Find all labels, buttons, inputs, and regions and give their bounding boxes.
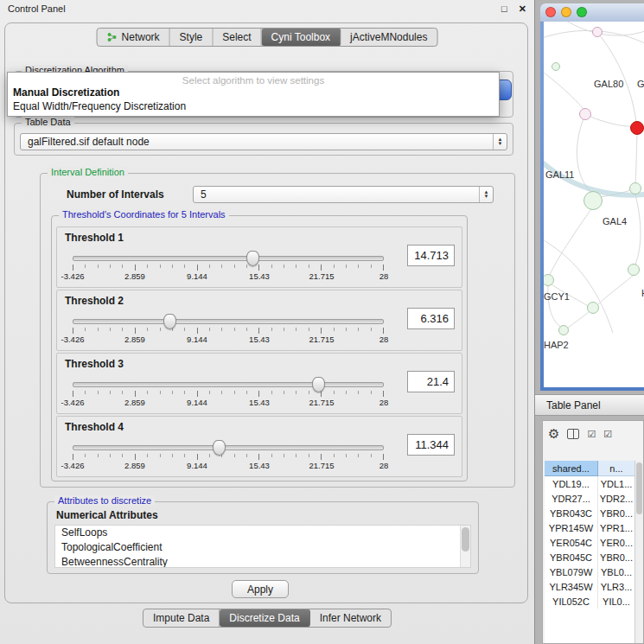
toolbox-tab-strip: Network Style Select Cyni Toolbox jActiv…: [97, 28, 438, 47]
network-node[interactable]: [587, 302, 599, 314]
combo-stepper[interactable]: ▲ ▼: [479, 187, 493, 202]
interval-definition-group: Interval Definition Number of Intervals …: [40, 173, 515, 488]
checkbox-icon[interactable]: ☑: [587, 429, 596, 439]
tab-network-label: Network: [122, 31, 160, 43]
interval-definition-label: Interval Definition: [48, 167, 128, 177]
table-row[interactable]: YER054CYER0...: [545, 535, 634, 550]
threshold-value-field[interactable]: 6.316: [407, 308, 455, 329]
threshold-value-field[interactable]: 14.713: [407, 245, 455, 266]
tab-impute-data[interactable]: Impute Data: [143, 609, 220, 627]
close-window-icon[interactable]: [545, 7, 556, 17]
control-panel-titlebar: Control Panel □ ✕: [0, 0, 534, 17]
table-scrollbar-thumb[interactable]: [636, 462, 642, 514]
slider-tick-label: 15.43: [249, 398, 270, 407]
network-node[interactable]: [583, 191, 603, 210]
tab-network[interactable]: Network: [98, 29, 170, 46]
dropdown-option-equal-width[interactable]: Equal Width/Frequency Discretization: [8, 99, 499, 113]
table-row[interactable]: YBR043CYBR0...: [545, 506, 634, 520]
table-panel-title: Table Panel: [546, 399, 601, 411]
network-canvas[interactable]: GAL80GAGAL11GAL4GCY1HHAP2: [544, 22, 644, 387]
slider-tick-label: 2.859: [124, 461, 145, 470]
network-node[interactable]: [628, 264, 640, 276]
thresholds-group-label: Threshold's Coordinates for 5 Intervals: [59, 209, 229, 220]
minimize-window-icon[interactable]: [561, 7, 571, 17]
threshold-1-panel: Threshold 1 -3.4262.8599.14415.4321.7152…: [56, 226, 462, 288]
table-row[interactable]: YDL19...YDL1...: [545, 476, 634, 491]
network-node[interactable]: [552, 62, 560, 71]
dropdown-option-manual-discretization[interactable]: Manual Discretization: [8, 86, 499, 99]
stepper-down-icon: ▼: [498, 142, 503, 146]
attributes-list: SelfLoops TopologicalCoefficient Between…: [54, 525, 471, 568]
threshold-slider[interactable]: -3.4262.8599.14415.4321.71528: [73, 313, 384, 346]
network-node[interactable]: [630, 121, 644, 135]
slider-tick-labels: -3.4262.8599.14415.4321.71528: [73, 313, 384, 346]
zoom-window-icon[interactable]: [577, 7, 587, 17]
slider-tick-label: -3.426: [61, 271, 85, 281]
slider-tick-label: 9.144: [187, 398, 207, 407]
attributes-group-label: Attributes to discretize: [54, 495, 155, 506]
tab-select[interactable]: Select: [213, 29, 261, 46]
table-row[interactable]: YPR145WYPR1...: [545, 520, 634, 535]
threshold-slider[interactable]: -3.4262.8599.14415.4321.71528: [73, 376, 384, 409]
thresholds-list: Threshold 1 -3.4262.8599.14415.4321.7152…: [56, 226, 462, 477]
column-header-name[interactable]: n...: [598, 461, 634, 476]
table-data-combobox[interactable]: galFiltered.sif default node ▲ ▼: [20, 133, 507, 150]
slider-tick-label: 2.859: [124, 398, 145, 407]
table-row[interactable]: YBL079WYBL0...: [545, 564, 634, 579]
slider-tick-label: 28: [379, 335, 389, 344]
traffic-lights: [545, 7, 587, 17]
list-scrollbar-thumb[interactable]: [462, 527, 469, 552]
control-panel-window: Control Panel □ ✕ Network: [0, 0, 535, 644]
threshold-2-panel: Threshold 2 -3.4262.8599.14415.4321.7152…: [56, 290, 462, 351]
network-node-label: GCY1: [544, 291, 570, 302]
table-row[interactable]: YBR045CYBR0...: [545, 550, 634, 564]
slider-tick-label: 9.144: [187, 461, 207, 470]
close-icon[interactable]: ✕: [519, 3, 526, 14]
threshold-slider[interactable]: -3.4262.8599.14415.4321.71528: [73, 250, 384, 283]
slider-tick-labels: -3.4262.8599.14415.4321.71528: [73, 439, 384, 472]
threshold-value-field[interactable]: 21.4: [407, 371, 455, 392]
table-row[interactable]: YLR345WYLR3...: [545, 579, 634, 594]
table-panel-header: Table Panel: [535, 394, 644, 416]
column-header-shared-name[interactable]: shared...: [545, 461, 598, 476]
network-node[interactable]: [558, 325, 569, 335]
column-layout-icon[interactable]: [567, 429, 579, 439]
table-data-group: Table Data galFiltered.sif default node …: [14, 123, 513, 156]
float-window-icon[interactable]: □: [501, 3, 507, 14]
network-node[interactable]: [629, 182, 641, 194]
network-node[interactable]: [592, 27, 603, 37]
tab-cyni-toolbox[interactable]: Cyni Toolbox: [262, 29, 341, 46]
network-window-titlebar[interactable]: [540, 3, 644, 22]
threshold-label: Threshold 3: [65, 358, 124, 370]
apply-button[interactable]: Apply: [232, 580, 289, 598]
tab-discretize-data[interactable]: Discretize Data: [220, 609, 309, 627]
slider-tick-label: 15.43: [249, 335, 270, 344]
list-item-betweennesscentrality[interactable]: BetweennessCentrality: [55, 555, 470, 568]
combo-stepper[interactable]: ▲ ▼: [493, 134, 507, 150]
table-row[interactable]: YIL052CYIL0...: [545, 594, 634, 609]
number-of-intervals-combobox[interactable]: 5 ▲ ▼: [193, 186, 494, 203]
attributes-group: Attributes to discretize Numerical Attri…: [47, 501, 479, 574]
numerical-attributes-heading: Numerical Attributes: [56, 509, 158, 521]
table-row[interactable]: YDR27...YDR2...: [545, 491, 634, 506]
slider-tick-label: 2.859: [124, 271, 145, 281]
gear-icon[interactable]: ⚙: [548, 427, 559, 440]
slider-tick-label: 2.859: [124, 335, 145, 344]
network-node[interactable]: [579, 108, 591, 120]
slider-thumb[interactable]: [163, 314, 176, 329]
threshold-value-field[interactable]: 11.344: [407, 434, 455, 456]
table-scrollbar[interactable]: [634, 461, 643, 643]
list-item-selfloops[interactable]: SelfLoops: [55, 526, 470, 540]
tab-infer-network[interactable]: Infer Network: [310, 609, 391, 627]
slider-tick-label: 21.715: [309, 335, 334, 344]
threshold-slider[interactable]: -3.4262.8599.14415.4321.71528: [73, 439, 384, 472]
slider-tick-label: -3.426: [61, 335, 85, 344]
list-scrollbar[interactable]: [460, 526, 470, 567]
slider-thumb[interactable]: [246, 251, 259, 266]
checkbox-icon[interactable]: ☑: [603, 429, 612, 439]
number-of-intervals-label: Number of Intervals: [67, 188, 164, 201]
list-item-topologicalcoefficient[interactable]: TopologicalCoefficient: [55, 540, 470, 555]
tab-style[interactable]: Style: [170, 29, 214, 46]
tab-jactivemnodules[interactable]: jActiveMNodules: [341, 29, 437, 46]
network-node-label: GA: [637, 79, 644, 89]
